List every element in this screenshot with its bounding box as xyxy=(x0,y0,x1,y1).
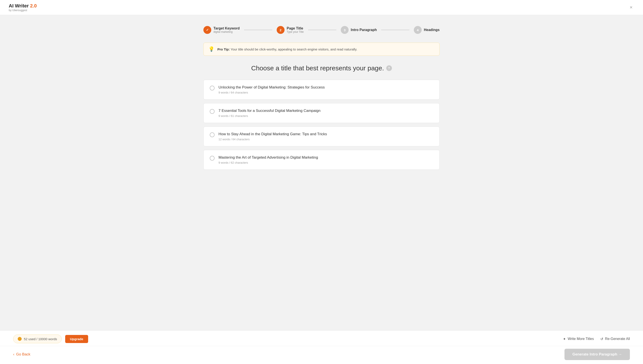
logo-subtitle: by Ubersuggest xyxy=(9,9,37,12)
title-option-3[interactable]: How to Stay Ahead in the Digital Marketi… xyxy=(203,126,440,146)
usage-badge: 52 used / 10000 words xyxy=(13,334,62,343)
step-info-2: Page Title Type your Title xyxy=(287,26,304,34)
help-icon[interactable]: ? xyxy=(386,65,392,71)
title-text-2: 7 Essential Tools for a Successful Digit… xyxy=(218,108,320,113)
step-target-keyword: ✓ Target Keyword digital marketing xyxy=(203,26,240,34)
step-circle-1: ✓ xyxy=(203,26,211,34)
step-circle-3: 3 xyxy=(341,26,349,34)
step-title-4: Headings xyxy=(424,28,440,32)
title-option-info-2: 7 Essential Tools for a Successful Digit… xyxy=(218,108,320,118)
radio-1[interactable] xyxy=(210,86,215,90)
title-meta-2: 9 words / 61 characters xyxy=(218,114,320,118)
step-title-2: Page Title xyxy=(287,26,304,30)
footer-row-bottom: ‹ Go Back Generate Intro Paragraph → xyxy=(0,346,643,364)
title-options-list: Unlocking the Power of Digital Marketing… xyxy=(203,80,440,170)
step-line-1 xyxy=(244,30,272,30)
choose-title-heading: Choose a title that best represents your… xyxy=(203,64,440,72)
stepper: ✓ Target Keyword digital marketing 2 Pag… xyxy=(203,26,440,34)
refresh-icon: ↺ xyxy=(600,337,603,341)
step-subtitle-2: Type your Title xyxy=(287,30,304,34)
title-option-info-4: Mastering the Art of Targeted Advertisin… xyxy=(218,155,318,164)
title-text-4: Mastering the Art of Targeted Advertisin… xyxy=(218,155,318,160)
title-meta-1: 9 words / 64 characters xyxy=(218,91,325,94)
radio-2[interactable] xyxy=(210,109,215,114)
step-subtitle-1: digital marketing xyxy=(213,30,240,34)
step-headings: 4 Headings xyxy=(414,26,440,34)
main-content: ✓ Target Keyword digital marketing 2 Pag… xyxy=(164,15,479,196)
close-button[interactable]: × xyxy=(628,4,634,11)
radio-3[interactable] xyxy=(210,132,215,137)
title-option-4[interactable]: Mastering the Art of Targeted Advertisin… xyxy=(203,150,440,170)
footer-row-top: 52 used / 10000 words Upgrade ✦ Write Mo… xyxy=(0,330,643,346)
logo: AI Writer 2.0 by Ubersuggest xyxy=(9,3,37,12)
step-page-title: 2 Page Title Type your Title xyxy=(277,26,304,34)
title-option-2[interactable]: 7 Essential Tools for a Successful Digit… xyxy=(203,103,440,123)
step-title-1: Target Keyword xyxy=(213,26,240,30)
step-info-3: Intro Paragraph xyxy=(351,28,377,32)
footer-right: ✦ Write More Titles ↺ Re-Generate All xyxy=(563,337,630,341)
title-meta-3: 12 words / 64 characters xyxy=(218,138,327,141)
footer-left: 52 used / 10000 words Upgrade xyxy=(13,334,88,343)
title-option-info-3: How to Stay Ahead in the Digital Marketi… xyxy=(218,132,327,141)
generate-intro-button[interactable]: Generate Intro Paragraph → xyxy=(564,349,630,360)
step-circle-2: 2 xyxy=(277,26,284,34)
step-line-3 xyxy=(381,30,409,30)
app-header: AI Writer 2.0 by Ubersuggest × xyxy=(0,0,643,15)
step-line-2 xyxy=(308,30,336,30)
logo-version: 2.0 xyxy=(30,3,37,8)
radio-4[interactable] xyxy=(210,156,215,160)
title-meta-4: 9 words / 62 characters xyxy=(218,161,318,164)
logo-title: AI Writer 2.0 xyxy=(9,3,37,9)
pro-tip-bold: Pro Tip: xyxy=(217,48,230,51)
pro-tip-body: Your title should be click-worthy, appea… xyxy=(230,48,357,51)
lightbulb-icon: 💡 xyxy=(208,46,214,52)
title-text-1: Unlocking the Power of Digital Marketing… xyxy=(218,85,325,90)
go-back-button[interactable]: ‹ Go Back xyxy=(13,352,31,356)
pro-tip-banner: 💡 Pro Tip: Your title should be click-wo… xyxy=(203,42,440,56)
step-info-1: Target Keyword digital marketing xyxy=(213,26,240,34)
write-more-button[interactable]: ✦ Write More Titles xyxy=(563,337,594,341)
footer: 52 used / 10000 words Upgrade ✦ Write Mo… xyxy=(0,330,643,364)
usage-text: 52 used / 10000 words xyxy=(24,337,57,341)
step-info-4: Headings xyxy=(424,28,440,32)
title-text-3: How to Stay Ahead in the Digital Marketi… xyxy=(218,132,327,136)
step-circle-4: 4 xyxy=(414,26,422,34)
usage-dot-icon xyxy=(18,337,22,341)
step-title-3: Intro Paragraph xyxy=(351,28,377,32)
title-option-info-1: Unlocking the Power of Digital Marketing… xyxy=(218,85,325,94)
upgrade-button[interactable]: Upgrade xyxy=(65,335,88,343)
step-intro-paragraph: 3 Intro Paragraph xyxy=(341,26,377,34)
sparkle-icon: ✦ xyxy=(563,337,566,341)
chevron-left-icon: ‹ xyxy=(13,352,15,356)
title-option-1[interactable]: Unlocking the Power of Digital Marketing… xyxy=(203,80,440,100)
pro-tip-text: Pro Tip: Your title should be click-wort… xyxy=(217,48,357,51)
regenerate-all-button[interactable]: ↺ Re-Generate All xyxy=(600,337,630,341)
